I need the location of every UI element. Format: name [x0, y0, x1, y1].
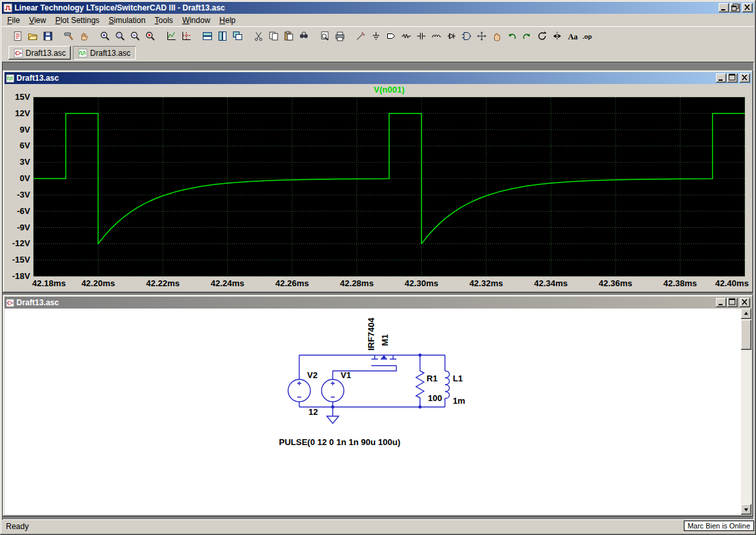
toolbar-cascade-button[interactable] [230, 29, 245, 43]
toolbar-control-panel-button[interactable] [61, 29, 76, 43]
scroll-thumb[interactable] [741, 320, 751, 350]
toolbar-move-button[interactable] [474, 29, 489, 43]
schematic-canvas[interactable]: V2 V1 12 PULSE(0 12 0 1n 1n 90u 100u) IR… [5, 309, 741, 515]
vertical-scrollbar[interactable] [741, 309, 751, 515]
waveform-minimize-button[interactable] [716, 74, 726, 83]
toolbar-paste-button[interactable] [281, 29, 296, 43]
toolbar-pan-plot-button[interactable] [178, 29, 194, 43]
toolbar-save-button[interactable] [40, 29, 55, 43]
toolbar-diode-button[interactable] [444, 29, 459, 43]
toolbar-zoom-out-button[interactable] [127, 29, 142, 43]
mirror-icon [552, 31, 562, 41]
scroll-up-button[interactable] [741, 309, 751, 319]
resistor-r1[interactable] [416, 371, 424, 398]
y-tick-label: -15V [12, 255, 31, 265]
toolbar-drag-button[interactable] [489, 29, 504, 43]
waveform-window[interactable]: Draft13.asc 42.18ms42.20ms42.22ms42.24ms… [3, 70, 753, 293]
label-v2[interactable]: V2 [307, 370, 318, 380]
toolbar-spice-directive-button[interactable]: .op [579, 29, 595, 43]
tab-schematic-draft13[interactable]: Draft13.asc [9, 46, 71, 60]
toolbar-component-button[interactable] [459, 29, 474, 43]
toolbar-halt-button[interactable] [76, 29, 91, 43]
waveform-maximize-button[interactable] [727, 74, 738, 83]
schematic-window[interactable]: Draft13.asc [3, 295, 753, 517]
schematic-canvas-area[interactable]: V2 V1 12 PULSE(0 12 0 1n 1n 90u 100u) IR… [5, 309, 751, 515]
scroll-down-button[interactable] [741, 504, 751, 515]
label-m1[interactable]: M1 [380, 334, 390, 346]
schematic-maximize-button[interactable] [727, 298, 738, 307]
label-l1[interactable]: L1 [453, 374, 463, 383]
toolbar-inductor-button[interactable] [429, 29, 444, 43]
waveform-window-titlebar[interactable]: Draft13.asc [5, 72, 751, 84]
toolbar-open-file-button[interactable] [25, 29, 40, 43]
menu-tools[interactable]: Tools [150, 14, 178, 26]
value-m1[interactable]: IRF7404 [366, 317, 376, 351]
tab-label: Draft13.asc [90, 49, 130, 58]
toolbar-capacitor-button[interactable] [413, 29, 429, 43]
menu-view[interactable]: View [24, 14, 51, 26]
tile-horz-icon [202, 31, 213, 41]
toolbar-copy-button[interactable] [266, 29, 281, 43]
online-status-badge[interactable]: Marc Bien is Online [684, 521, 754, 531]
toolbar-separator [245, 29, 251, 43]
x-tick-label: 42.32ms [469, 278, 503, 288]
toolbar-tile-vert-button[interactable] [215, 29, 230, 43]
toolbar-print-button[interactable] [332, 29, 347, 43]
toolbar-zoom-box-button[interactable] [112, 29, 127, 43]
y-tick-label: 15V [15, 92, 30, 102]
mosfet-m1[interactable] [371, 355, 396, 366]
toolbar-wire-button[interactable] [353, 29, 368, 43]
minimize-button[interactable] [719, 3, 729, 12]
toolbar-print-preview-button[interactable] [317, 29, 332, 43]
schematic-window-titlebar[interactable]: Draft13.asc [5, 297, 751, 309]
toolbar: Aa.op [2, 26, 754, 45]
toolbar-new-schematic-button[interactable] [10, 29, 25, 43]
label-v1[interactable]: V1 [341, 370, 351, 380]
schematic-close-button[interactable] [740, 298, 750, 307]
menu-window[interactable]: Window [178, 14, 215, 26]
toolbar-find-button[interactable] [296, 29, 311, 43]
cap-max-icon [727, 73, 738, 83]
resistor-icon [401, 31, 411, 41]
toolbar-rotate-button[interactable] [534, 29, 549, 43]
restore-button[interactable] [730, 3, 740, 12]
menu-simulation[interactable]: Simulation [104, 14, 150, 26]
waveform-window-title: Draft13.asc [16, 74, 714, 83]
menu-help[interactable]: Help [215, 14, 240, 26]
toolbar-tile-horz-button[interactable] [200, 29, 215, 43]
schematic-window-title: Draft13.asc [16, 298, 714, 307]
toolbar-text-button[interactable]: Aa [564, 29, 579, 43]
toolbar-cut-button[interactable] [251, 29, 266, 43]
inductor-l1[interactable] [445, 371, 450, 398]
waveform-close-button[interactable] [740, 74, 750, 83]
toolbar-redo-button[interactable] [519, 29, 534, 43]
waveform-plot-area[interactable]: 42.18ms42.20ms42.22ms42.24ms42.26ms42.28… [5, 84, 751, 291]
value-v1-pulse[interactable]: PULSE(0 12 0 1n 1n 90u 100u) [279, 437, 400, 447]
toolbar-undo-button[interactable] [504, 29, 519, 43]
toolbar-mirror-button[interactable] [549, 29, 564, 43]
toolbar-autorange-y-button[interactable] [163, 29, 178, 43]
print-icon [335, 31, 345, 41]
toolbar-ground-button[interactable] [368, 29, 383, 43]
menu-file[interactable]: File [3, 14, 24, 26]
voltage-source-v1[interactable] [322, 379, 344, 402]
toolbar-zoom-in-button[interactable] [97, 29, 112, 43]
toolbar-zoom-full-button[interactable] [142, 29, 158, 43]
menu-plot-settings[interactable]: Plot Settings [51, 14, 104, 26]
value-v2[interactable]: 12 [308, 407, 318, 417]
tab-waveform-draft13[interactable]: Draft13.asc [73, 46, 135, 60]
value-r1[interactable]: 100 [428, 393, 442, 403]
ground-symbol[interactable] [327, 407, 339, 423]
x-tick-label: 42.26ms [276, 278, 309, 288]
mdi-area: Draft13.asc 42.18ms42.20ms42.22ms42.24ms… [2, 62, 754, 520]
main-titlebar[interactable]: Linear Technology LTspice/SwitcherCAD II… [2, 2, 754, 14]
toolbar-label-net-button[interactable] [383, 29, 398, 43]
value-l1[interactable]: 1m [453, 396, 465, 406]
voltage-source-v2[interactable] [288, 379, 310, 402]
x-tick-label: 42.24ms [211, 278, 244, 288]
toolbar-resistor-button[interactable] [398, 29, 413, 43]
waveform-plot-svg[interactable]: 42.18ms42.20ms42.22ms42.24ms42.26ms42.28… [5, 84, 751, 291]
schematic-minimize-button[interactable] [716, 298, 726, 307]
close-button[interactable] [742, 3, 753, 12]
label-r1[interactable]: R1 [427, 374, 438, 383]
